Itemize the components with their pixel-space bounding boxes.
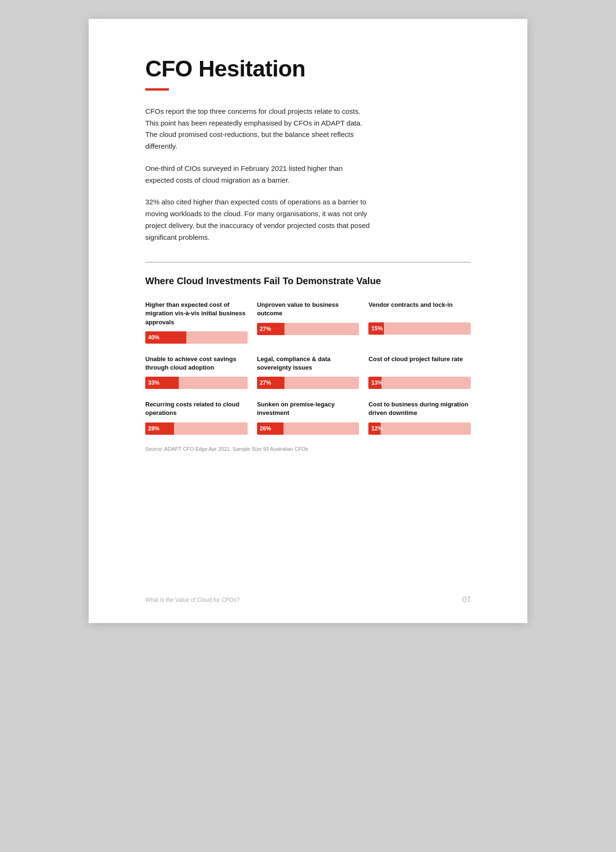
paragraph-1: CFOs report the top three concerns for c… (145, 106, 372, 152)
bar-fill: 27% (257, 377, 285, 389)
chart-item-label: Higher than expected cost of migration v… (145, 301, 248, 327)
chart-item: Vendor contracts and lock-in15% (368, 301, 471, 344)
bar-value: 27% (260, 380, 271, 386)
chart-item-label: Vendor contracts and lock-in (368, 301, 471, 318)
chart-item: Sunken on premise-legacy investment26% (257, 400, 359, 434)
chart-item-label: Recurring costs related to cloud operati… (145, 400, 248, 417)
bar-fill: 27% (257, 323, 285, 335)
chart-item: Unproven value to business outcome27% (257, 301, 359, 344)
bar-fill: 13% (368, 377, 382, 389)
page-title: CFO Hesitation (145, 57, 471, 82)
bar-fill: 26% (257, 422, 283, 435)
bar-fill: 33% (145, 377, 179, 389)
bar-value: 28% (148, 425, 159, 432)
bar-container: 15% (368, 322, 471, 335)
bar-container: 12% (368, 422, 471, 435)
chart-item-label: Legal, compliance & data sovereignty iss… (257, 355, 359, 372)
bar-value: 15% (371, 325, 383, 332)
chart-grid: Higher than expected cost of migration v… (145, 301, 471, 434)
bar-value: 26% (260, 425, 271, 432)
chart-item: Cost of cloud project failure rate13% (368, 355, 471, 389)
bar-container: 27% (257, 323, 359, 335)
bar-fill: 40% (145, 331, 186, 344)
chart-item-label: Unproven value to business outcome (257, 301, 359, 318)
bar-container: 13% (368, 377, 471, 389)
bar-value: 33% (148, 380, 159, 386)
bar-container: 28% (145, 422, 248, 435)
chart-item: Unable to achieve cost savings through c… (145, 355, 248, 389)
paragraph-2: One-third of CIOs surveyed in February 2… (145, 163, 372, 186)
page-number: 07 (462, 596, 471, 604)
bar-container: 40% (145, 331, 248, 344)
bar-value: 13% (371, 380, 383, 386)
bar-container: 33% (145, 377, 248, 389)
chart-item: Higher than expected cost of migration v… (145, 301, 248, 344)
page: CFO Hesitation CFOs report the top three… (89, 19, 527, 623)
bar-value: 40% (148, 334, 159, 341)
red-accent-bar (145, 88, 169, 91)
chart-item: Cost to business during migration driven… (368, 400, 471, 434)
chart-item: Recurring costs related to cloud operati… (145, 400, 248, 434)
chart-item-label: Cost to business during migration driven… (368, 400, 471, 417)
section-divider (145, 262, 471, 262)
bar-fill: 28% (145, 422, 174, 435)
bar-fill: 15% (368, 322, 384, 335)
chart-item: Legal, compliance & data sovereignty iss… (257, 355, 359, 389)
bar-container: 27% (257, 377, 359, 389)
bar-value: 12% (371, 425, 383, 432)
chart-item-label: Sunken on premise-legacy investment (257, 400, 359, 417)
bar-container: 26% (257, 422, 359, 435)
bar-fill: 12% (368, 422, 381, 435)
chart-item-label: Cost of cloud project failure rate (368, 355, 471, 372)
footer-title: What is the Value of Cloud for CFOs? (145, 597, 240, 603)
chart-section-title: Where Cloud Investments Fail To Demonstr… (145, 276, 471, 287)
chart-item-label: Unable to achieve cost savings through c… (145, 355, 248, 372)
paragraph-3: 32% also cited higher than expected cost… (145, 196, 372, 243)
bar-value: 27% (260, 326, 271, 332)
page-footer: What is the Value of Cloud for CFOs? 07 (145, 596, 471, 604)
source-text: Source: ADAPT CFO Edge Apr 2021. Sample … (145, 446, 471, 452)
